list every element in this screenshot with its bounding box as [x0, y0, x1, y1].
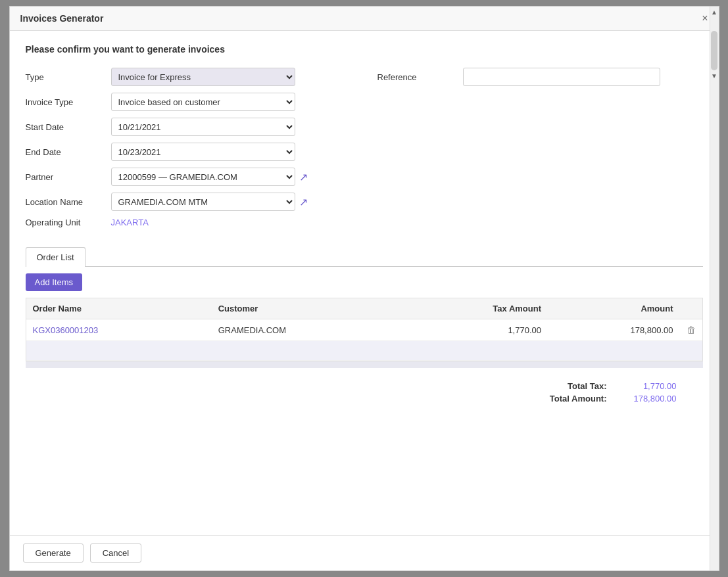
operating-unit-label: Operating Unit — [26, 218, 111, 227]
type-label: Type — [26, 72, 111, 82]
col-tax-amount: Tax Amount — [402, 298, 548, 319]
scrollbar-down-icon[interactable]: ▼ — [711, 70, 717, 81]
invoices-generator-dialog: Invoices Generator × Please confirm you … — [9, 6, 719, 571]
col-amount: Amount — [548, 298, 680, 319]
table-row: KGX0360001203 GRAMEDIA.COM 1,770.00 178,… — [26, 319, 702, 341]
invoice-type-control-wrap: Invoice based on customer — [111, 93, 351, 111]
invoice-type-select[interactable]: Invoice based on customer — [111, 93, 295, 111]
order-list-table-wrap: Order Name Customer Tax Amount Amount KG… — [26, 298, 703, 361]
total-amount-value: 178,800.00 — [618, 394, 677, 404]
table-header-row: Order Name Customer Tax Amount Amount — [26, 298, 702, 319]
total-amount-label: Total Amount: — [541, 394, 607, 404]
cell-delete[interactable]: 🗑 — [680, 319, 702, 341]
end-date-select[interactable]: 10/23/2021 — [111, 143, 295, 161]
end-date-row: End Date 10/23/2021 — [26, 143, 351, 161]
close-button[interactable]: × — [702, 13, 708, 24]
tab-section: Order List Add Items Order Name Customer… — [26, 247, 703, 413]
form-right: Reference — [377, 68, 703, 234]
start-date-select[interactable]: 10/21/2021 — [111, 118, 295, 136]
total-amount-row: Total Amount: 178,800.00 — [541, 394, 677, 404]
operating-unit-row: Operating Unit JAKARTA — [26, 218, 351, 227]
cell-order-name[interactable]: KGX0360001203 — [26, 319, 212, 341]
start-date-row: Start Date 10/21/2021 — [26, 118, 351, 136]
order-list-table: Order Name Customer Tax Amount Amount KG… — [26, 298, 702, 361]
reference-input[interactable] — [463, 68, 660, 86]
total-tax-value: 1,770.00 — [618, 381, 677, 391]
col-customer: Customer — [212, 298, 403, 319]
invoice-type-row: Invoice Type Invoice based on customer — [26, 93, 351, 111]
totals-section: Total Tax: 1,770.00 Total Amount: 178,80… — [26, 375, 703, 413]
location-name-label: Location Name — [26, 197, 111, 207]
partner-label: Partner — [26, 172, 111, 182]
end-date-label: End Date — [26, 147, 111, 157]
location-name-select[interactable]: GRAMEDIA.COM MTM — [111, 193, 295, 211]
operating-unit-value: JAKARTA — [111, 218, 149, 227]
cancel-button[interactable]: Cancel — [90, 543, 141, 563]
total-tax-label: Total Tax: — [541, 381, 607, 391]
partner-external-link-icon[interactable]: ↗ — [299, 171, 308, 183]
separator-row — [26, 361, 703, 368]
form-section: Type Invoice for Express Invoice Type In… — [26, 68, 703, 234]
type-select[interactable]: Invoice for Express — [111, 68, 295, 86]
tab-order-list[interactable]: Order List — [26, 247, 85, 267]
type-control-wrap: Invoice for Express — [111, 68, 351, 86]
reference-control-wrap — [463, 68, 703, 86]
reference-label: Reference — [377, 72, 463, 82]
total-tax-row: Total Tax: 1,770.00 — [541, 381, 677, 391]
generate-button[interactable]: Generate — [23, 543, 84, 563]
dialog-footer: Generate Cancel — [10, 535, 719, 570]
cell-amount: 178,800.00 — [548, 319, 680, 341]
delete-icon[interactable]: 🗑 — [687, 325, 696, 335]
partner-row: Partner 12000599 — GRAMEDIA.COM ↗ — [26, 168, 351, 186]
start-date-label: Start Date — [26, 122, 111, 132]
col-actions — [680, 298, 702, 319]
cell-customer: GRAMEDIA.COM — [212, 319, 403, 341]
scrollbar-thumb[interactable] — [711, 31, 717, 70]
reference-row: Reference — [377, 68, 703, 86]
end-date-control-wrap: 10/23/2021 — [111, 143, 351, 161]
scrollbar[interactable]: ▲ ▼ — [710, 7, 719, 570]
tab-bar: Order List — [26, 247, 703, 267]
confirm-text: Please confirm you want to generate invo… — [26, 44, 703, 55]
dialog-body: Please confirm you want to generate invo… — [10, 31, 719, 535]
operating-unit-control-wrap: JAKARTA — [111, 218, 351, 227]
partner-select[interactable]: 12000599 — GRAMEDIA.COM — [111, 168, 295, 186]
type-row: Type Invoice for Express — [26, 68, 351, 86]
location-name-row: Location Name GRAMEDIA.COM MTM ↗ — [26, 193, 351, 211]
cell-tax-amount: 1,770.00 — [402, 319, 548, 341]
invoice-type-label: Invoice Type — [26, 97, 111, 107]
location-external-link-icon[interactable]: ↗ — [299, 196, 308, 208]
dialog-header: Invoices Generator × — [10, 7, 719, 31]
scrollbar-up-icon[interactable]: ▲ — [711, 7, 717, 18]
start-date-control-wrap: 10/21/2021 — [111, 118, 351, 136]
location-name-control-wrap: GRAMEDIA.COM MTM ↗ — [111, 193, 351, 211]
col-order-name: Order Name — [26, 298, 212, 319]
partner-control-wrap: 12000599 — GRAMEDIA.COM ↗ — [111, 168, 351, 186]
form-left: Type Invoice for Express Invoice Type In… — [26, 68, 351, 234]
dialog-title: Invoices Generator — [20, 13, 104, 24]
empty-row — [26, 341, 702, 361]
add-items-button[interactable]: Add Items — [26, 273, 83, 291]
